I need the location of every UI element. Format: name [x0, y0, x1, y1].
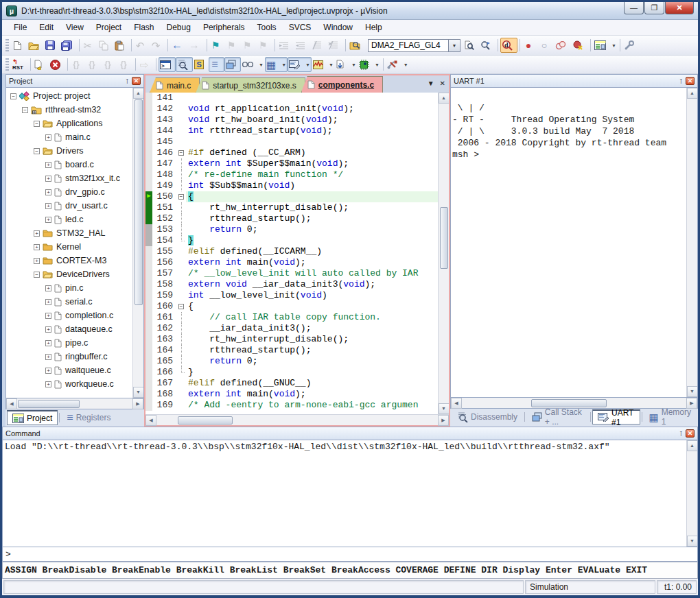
dropdown-arrow-icon[interactable]: ▼ [281, 62, 286, 67]
disassembly-window-button[interactable] [176, 57, 193, 72]
tree-item-devicedrivers[interactable]: −DeviceDrivers [6, 267, 132, 281]
close-button[interactable]: ✕ [665, 2, 694, 14]
scroll-thumb[interactable] [135, 99, 143, 305]
code-line-155[interactable]: 155#elif defined(__ICCARM__) [145, 246, 438, 257]
scroll-thumb[interactable] [18, 400, 80, 408]
tree-item-kernel[interactable]: +Kernel [6, 240, 132, 254]
restore-button[interactable]: ❐ [644, 2, 664, 14]
code-line-168[interactable]: 168extern int main(void); [145, 389, 438, 400]
tree-item-serial-c[interactable]: +serial.c [6, 295, 132, 309]
command-vscrollbar[interactable]: ▲ ▼ [686, 440, 697, 547]
expand-icon[interactable]: + [45, 354, 51, 360]
tree-item-board-c[interactable]: +board.c [6, 158, 132, 171]
save-button[interactable] [44, 38, 60, 53]
fold-margin[interactable] [177, 345, 186, 356]
debug-tab-memory-1[interactable]: ▦Memory 1 [643, 409, 697, 424]
expand-icon[interactable]: + [45, 381, 51, 387]
system-viewer-button[interactable]: ▼ [358, 57, 381, 72]
expand-icon[interactable]: + [45, 340, 51, 346]
code-line-153[interactable]: 153 return 0; [145, 224, 438, 235]
paste-button[interactable] [113, 38, 129, 53]
tree-item-project-project[interactable]: −Project: project [6, 89, 132, 103]
incremental-find-button[interactable] [479, 38, 495, 53]
code-line-151[interactable]: 151 rt_hw_interrupt_disable(); [145, 202, 438, 213]
tree-item-led-c[interactable]: +led.c [6, 213, 132, 226]
fold-margin[interactable] [177, 115, 186, 125]
code-editor[interactable]: 141142void rt_application_init(void);143… [145, 93, 438, 414]
search-combo-input[interactable] [368, 39, 449, 52]
code-line-165[interactable]: 165 return 0; [145, 356, 438, 367]
fold-margin[interactable] [177, 169, 186, 180]
expand-icon[interactable]: + [45, 368, 51, 374]
open-file-button[interactable] [27, 38, 44, 53]
command-input-line[interactable]: > [2, 547, 698, 562]
command-panel-close-icon[interactable]: ✕ [686, 429, 695, 438]
tree-item-rtthread-stm32[interactable]: −rtthread-stm32 [6, 103, 132, 117]
fold-margin[interactable] [177, 323, 186, 334]
menu-edit[interactable]: Edit [33, 21, 60, 34]
fold-margin[interactable] [177, 224, 186, 235]
dropdown-arrow-icon[interactable]: ▼ [375, 62, 380, 67]
code-line-150[interactable]: ▶150−{ [145, 191, 438, 202]
menu-help[interactable]: Help [359, 21, 388, 34]
project-panel-close-icon[interactable]: ✕ [132, 77, 141, 85]
fold-margin[interactable] [177, 235, 186, 246]
expand-icon[interactable]: + [34, 230, 40, 237]
tree-item-drv-gpio-c[interactable]: +drv_gpio.c [6, 185, 132, 199]
editor-tab-components-c[interactable]: components.c [301, 76, 383, 93]
code-line-162[interactable]: 162 __iar_data_init3(); [145, 323, 438, 334]
code-line-143[interactable]: 143void rt_hw_board_init(void); [145, 115, 438, 125]
configure-target-button[interactable] [622, 38, 639, 53]
fold-margin[interactable] [177, 334, 186, 345]
menu-svcs[interactable]: SVCS [283, 21, 318, 34]
pin-icon[interactable]: ⊺ [679, 430, 683, 438]
navigate-back-button[interactable]: ← [170, 38, 187, 53]
tree-item-drv-usart-c[interactable]: +drv_usart.c [6, 199, 132, 213]
fold-margin[interactable] [177, 246, 186, 257]
debug-tab-disassembly[interactable]: Disassembly [452, 409, 523, 424]
fold-collapse-icon[interactable]: − [178, 150, 184, 156]
dropdown-arrow-icon[interactable]: ▼ [259, 62, 264, 67]
fold-margin[interactable] [177, 213, 186, 224]
expand-icon[interactable]: + [45, 217, 51, 223]
fold-collapse-icon[interactable]: − [178, 304, 184, 309]
document-close-icon[interactable]: ✕ [440, 80, 445, 87]
scroll-up-icon[interactable]: ▲ [133, 88, 144, 99]
project-tree-vscrollbar[interactable]: ▲ ▼ [132, 88, 143, 398]
expand-icon[interactable]: + [45, 189, 51, 195]
kill-all-breakpoints-button[interactable] [571, 38, 588, 53]
menu-view[interactable]: View [60, 21, 90, 34]
dropdown-arrow-icon[interactable]: ▼ [329, 62, 334, 67]
tree-item-stm32-hal[interactable]: +STM32_HAL [6, 226, 132, 240]
command-output[interactable]: Load "D:\\rt-thread\\rt-thread-3.0.3\\bs… [3, 440, 686, 547]
code-line-146[interactable]: 146−#if defined (__CC_ARM) [145, 147, 438, 158]
command-window-button[interactable]: >_ [159, 57, 176, 72]
save-all-button[interactable] [60, 38, 77, 53]
dropdown-arrow-icon[interactable]: ▼ [351, 62, 356, 67]
toolbox-button[interactable]: ▼ [386, 57, 410, 72]
expand-icon[interactable]: + [45, 203, 51, 209]
fold-margin[interactable]: − [177, 147, 186, 158]
collapse-icon[interactable]: − [22, 107, 28, 113]
bookmark-toggle-button[interactable]: ⚑ [209, 38, 225, 53]
dropdown-arrow-icon[interactable]: ▼ [305, 62, 310, 67]
code-line-141[interactable]: 141 [145, 93, 438, 104]
menu-window[interactable]: Window [317, 21, 359, 34]
fold-margin[interactable] [177, 136, 186, 147]
collapse-icon[interactable]: − [34, 148, 40, 154]
scroll-up-icon[interactable]: ▲ [687, 88, 698, 99]
fold-margin[interactable]: − [177, 191, 186, 202]
menu-debug[interactable]: Debug [161, 21, 197, 34]
code-line-159[interactable]: 159int __low_level_init(void) [145, 290, 438, 301]
trace-windows-button[interactable]: ▼ [335, 57, 358, 72]
fold-margin[interactable] [177, 378, 186, 389]
call-stack-window-button[interactable] [224, 57, 241, 72]
scroll-left-icon[interactable]: ◀ [6, 398, 17, 409]
pin-icon[interactable]: ⊺ [679, 77, 683, 85]
code-line-142[interactable]: 142void rt_application_init(void); [145, 104, 438, 115]
code-line-166[interactable]: 166} [145, 367, 438, 378]
scroll-down-icon[interactable]: ▼ [133, 387, 144, 398]
tree-item-cortex-m3[interactable]: +CORTEX-M3 [6, 254, 132, 267]
fold-margin[interactable] [177, 367, 186, 378]
fold-margin[interactable] [177, 180, 186, 191]
